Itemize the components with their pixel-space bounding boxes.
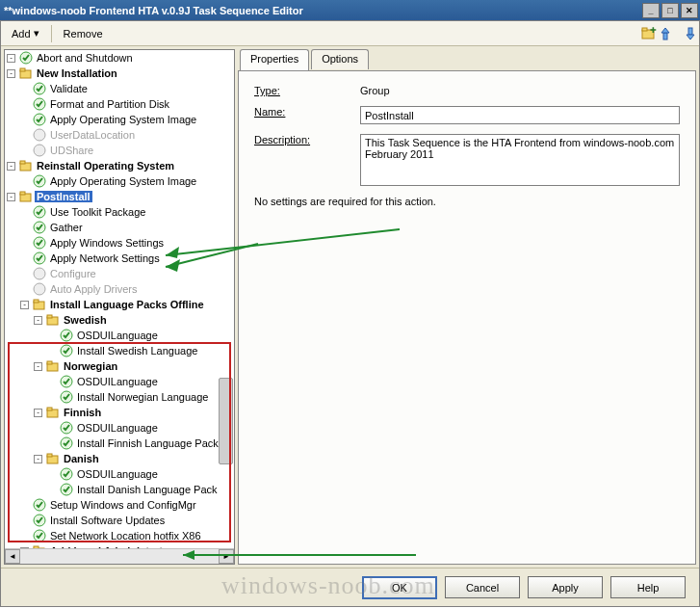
tree-item[interactable]: Install Finnish Language Pack — [47, 436, 234, 451]
apply-button[interactable]: Apply — [528, 576, 603, 598]
tree-group-norwegian[interactable]: -Norwegian — [34, 358, 234, 374]
maximize-button[interactable]: □ — [661, 3, 679, 18]
toolbar: Add ▾ Remove ✚ — [1, 21, 699, 46]
tree-item[interactable]: Apply Operating System Image — [20, 112, 234, 127]
svg-point-11 — [34, 129, 45, 141]
remove-label: Remove — [64, 28, 103, 40]
tree-group-add-local-admin[interactable]: +Add Local Administrator — [20, 543, 234, 548]
tree-item-setup-configmgr[interactable]: Setup Windows and ConfigMgr — [20, 497, 234, 513]
folder-icon — [33, 544, 46, 548]
tree-item-disabled[interactable]: Auto Apply Drivers — [20, 281, 234, 297]
folder-icon — [46, 406, 60, 419]
tree-item-apply-windows[interactable]: Apply Windows Settings — [20, 235, 234, 251]
tree-group-finnish[interactable]: -Finnish — [34, 405, 234, 420]
scroll-left-icon[interactable]: ◄ — [5, 549, 20, 564]
check-icon — [33, 221, 46, 234]
add-label: Add — [12, 28, 31, 40]
tree-item-disabled[interactable]: UserDataLocation — [20, 127, 234, 143]
tree-item[interactable]: Install Swedish Language — [47, 343, 234, 358]
scroll-right-icon[interactable]: ► — [219, 549, 234, 564]
tree-view[interactable]: -Abort and Shutdown -New Installation Va… — [5, 50, 234, 548]
svg-rect-3 — [663, 33, 667, 40]
check-icon — [33, 236, 46, 250]
name-input[interactable] — [360, 106, 680, 124]
tree-item[interactable]: Set Network Location hotfix X86 — [20, 528, 234, 543]
tree-item[interactable]: -Abort and Shutdown — [7, 50, 234, 66]
tree-item[interactable]: Install Danish Language Pack — [47, 482, 234, 497]
check-icon — [33, 82, 46, 95]
tree-item[interactable]: Install Software Updates — [20, 513, 234, 528]
tree-item[interactable]: OSDUILanguage — [47, 466, 234, 482]
toolbar-separator — [51, 25, 52, 42]
check-icon — [60, 329, 73, 342]
svg-rect-17 — [20, 192, 25, 195]
tree-item[interactable]: OSDUILanguage — [47, 374, 234, 389]
tree-item[interactable]: Install Norwegian Language — [47, 389, 234, 405]
tab-strip: Properties Options — [238, 49, 696, 70]
tree-item[interactable]: Gather — [20, 220, 234, 235]
move-down-icon[interactable] — [680, 26, 695, 41]
check-icon — [33, 113, 46, 126]
tree-item[interactable]: Format and Partition Disk — [20, 96, 234, 112]
check-icon — [33, 514, 46, 527]
disabled-icon — [33, 282, 46, 296]
tree-group-language-packs[interactable]: -Install Language Packs Offline — [20, 297, 234, 312]
tree-item[interactable]: Use Toolkit Package — [20, 204, 234, 220]
minimize-button[interactable]: _ — [642, 3, 660, 18]
tree-group-new-installation[interactable]: -New Installation — [7, 66, 234, 81]
tree-item[interactable]: Apply Operating System Image — [20, 173, 234, 189]
svg-rect-14 — [20, 161, 25, 164]
tree-item-apply-network[interactable]: Apply Network Settings — [20, 251, 234, 266]
svg-point-12 — [34, 145, 45, 156]
svg-rect-7 — [20, 68, 25, 71]
type-value: Group — [360, 85, 390, 96]
tree-group-swedish[interactable]: -Swedish — [34, 312, 234, 328]
folder-icon — [19, 66, 33, 80]
check-icon — [33, 97, 46, 111]
disabled-icon — [33, 128, 46, 142]
svg-rect-4 — [688, 28, 692, 35]
svg-rect-35 — [47, 408, 52, 410]
check-icon — [60, 375, 73, 388]
tab-options[interactable]: Options — [311, 49, 369, 69]
dialog-buttons: OK Cancel Apply Help — [1, 568, 699, 606]
svg-rect-25 — [34, 300, 39, 303]
titlebar: **windows-noob Frontend HTA v.0.9J Task … — [0, 0, 700, 20]
svg-rect-39 — [47, 454, 52, 457]
svg-text:✚: ✚ — [650, 26, 657, 35]
tree-item-disabled[interactable]: UDShare — [20, 143, 234, 158]
cancel-button[interactable]: Cancel — [445, 576, 520, 598]
tree-item-disabled[interactable]: Configure — [20, 266, 234, 281]
chevron-down-icon: ▾ — [34, 27, 39, 40]
tree-panel: -Abort and Shutdown -New Installation Va… — [4, 49, 235, 565]
check-icon — [60, 436, 73, 450]
tree-group-reinstall[interactable]: -Reinstall Operating System — [7, 158, 234, 173]
type-label: Type: — [254, 85, 360, 96]
ok-button[interactable]: OK — [362, 576, 437, 599]
description-textarea[interactable] — [360, 134, 680, 186]
check-icon — [33, 251, 46, 265]
svg-point-22 — [34, 268, 45, 279]
close-button[interactable]: ✕ — [681, 3, 698, 18]
horizontal-scrollbar[interactable]: ◄ ► — [5, 548, 234, 564]
check-icon — [60, 390, 73, 404]
scrollbar-thumb[interactable] — [219, 378, 233, 464]
add-button[interactable]: Add ▾ — [5, 24, 46, 42]
description-label: Description: — [254, 134, 360, 145]
help-button[interactable]: Help — [610, 576, 686, 598]
tree-item[interactable]: Validate — [20, 81, 234, 96]
check-icon — [33, 174, 46, 188]
tree-item[interactable]: OSDUILanguage — [47, 328, 234, 343]
check-icon — [33, 205, 46, 219]
properties-panel: Type: Group Name: Description: No settin… — [238, 70, 696, 565]
new-folder-icon[interactable]: ✚ — [641, 26, 657, 41]
tab-properties[interactable]: Properties — [240, 49, 309, 70]
tree-item[interactable]: OSDUILanguage — [47, 420, 234, 436]
tree-group-danish[interactable]: -Danish — [34, 451, 234, 466]
remove-button[interactable]: Remove — [57, 25, 110, 42]
svg-rect-1 — [642, 28, 647, 31]
tree-group-postinstall[interactable]: -PostInstall — [7, 189, 234, 204]
svg-rect-31 — [47, 361, 52, 364]
move-up-icon[interactable] — [661, 26, 676, 41]
disabled-icon — [33, 267, 46, 280]
